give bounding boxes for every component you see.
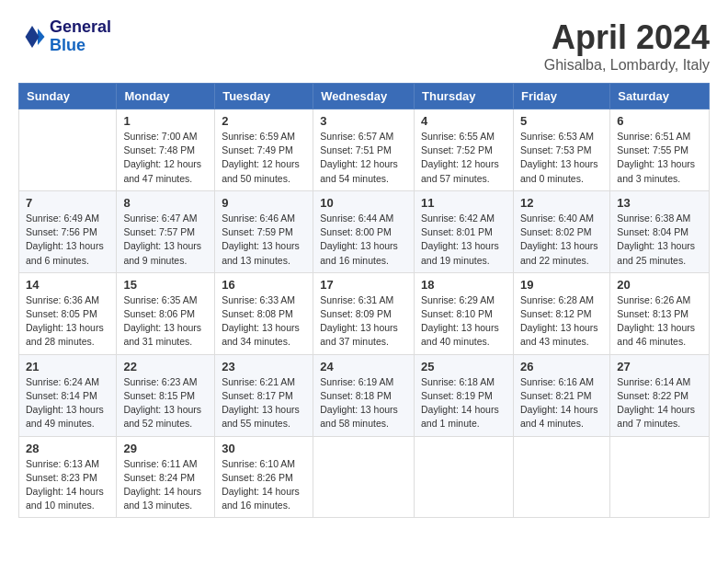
day-number: 28: [26, 442, 109, 455]
day-number: 8: [123, 196, 208, 210]
calendar-cell: 8Sunrise: 6:47 AM Sunset: 7:57 PM Daylig…: [117, 190, 215, 272]
calendar-cell: 13Sunrise: 6:38 AM Sunset: 8:04 PM Dayli…: [610, 190, 710, 272]
calendar-cell: 17Sunrise: 6:31 AM Sunset: 8:09 PM Dayli…: [313, 272, 415, 354]
day-info: Sunrise: 6:16 AM Sunset: 8:21 PM Dayligh…: [520, 375, 603, 431]
day-info: Sunrise: 6:53 AM Sunset: 7:53 PM Dayligh…: [520, 130, 603, 186]
calendar-cell: 20Sunrise: 6:26 AM Sunset: 8:13 PM Dayli…: [610, 272, 710, 354]
day-number: 3: [320, 114, 407, 128]
day-info: Sunrise: 6:35 AM Sunset: 8:06 PM Dayligh…: [123, 293, 208, 350]
day-number: 30: [222, 442, 306, 455]
day-info: Sunrise: 6:59 AM Sunset: 7:49 PM Dayligh…: [222, 130, 306, 186]
calendar-cell: 18Sunrise: 6:29 AM Sunset: 8:10 PM Dayli…: [415, 272, 514, 354]
day-info: Sunrise: 6:10 AM Sunset: 8:26 PM Dayligh…: [222, 457, 306, 513]
day-number: 18: [421, 278, 506, 292]
day-info: Sunrise: 7:00 AM Sunset: 7:48 PM Dayligh…: [123, 130, 208, 186]
title-area: April 2024 Ghisalba, Lombardy, Italy: [544, 18, 710, 74]
calendar-cell: 16Sunrise: 6:33 AM Sunset: 8:08 PM Dayli…: [215, 272, 313, 354]
calendar-cell: 24Sunrise: 6:19 AM Sunset: 8:18 PM Dayli…: [313, 354, 415, 436]
calendar-week-1: 1Sunrise: 7:00 AM Sunset: 7:48 PM Daylig…: [19, 109, 710, 191]
calendar-week-5: 28Sunrise: 6:13 AM Sunset: 8:23 PM Dayli…: [19, 436, 710, 518]
calendar-header-row: SundayMondayTuesdayWednesdayThursdayFrid…: [19, 84, 710, 109]
calendar-week-2: 7Sunrise: 6:49 AM Sunset: 7:56 PM Daylig…: [19, 190, 710, 272]
day-number: 2: [222, 114, 306, 128]
col-header-monday: Monday: [117, 84, 215, 109]
col-header-sunday: Sunday: [19, 84, 117, 109]
day-number: 17: [320, 278, 407, 292]
day-info: Sunrise: 6:47 AM Sunset: 7:57 PM Dayligh…: [123, 212, 208, 268]
day-number: 22: [123, 360, 208, 373]
calendar-week-3: 14Sunrise: 6:36 AM Sunset: 8:05 PM Dayli…: [19, 272, 710, 354]
calendar-cell: 27Sunrise: 6:14 AM Sunset: 8:22 PM Dayli…: [610, 354, 710, 436]
day-info: Sunrise: 6:40 AM Sunset: 8:02 PM Dayligh…: [520, 212, 603, 268]
day-number: 23: [222, 360, 306, 373]
day-info: Sunrise: 6:23 AM Sunset: 8:15 PM Dayligh…: [123, 375, 208, 431]
calendar-cell: 28Sunrise: 6:13 AM Sunset: 8:23 PM Dayli…: [19, 436, 117, 518]
day-info: Sunrise: 6:24 AM Sunset: 8:14 PM Dayligh…: [26, 375, 109, 431]
calendar-cell: 30Sunrise: 6:10 AM Sunset: 8:26 PM Dayli…: [215, 436, 313, 518]
calendar-cell: 14Sunrise: 6:36 AM Sunset: 8:05 PM Dayli…: [19, 272, 117, 354]
calendar-cell: 12Sunrise: 6:40 AM Sunset: 8:02 PM Dayli…: [513, 190, 609, 272]
calendar-cell: [513, 436, 609, 518]
calendar-cell: 9Sunrise: 6:46 AM Sunset: 7:59 PM Daylig…: [215, 190, 313, 272]
calendar-cell: 2Sunrise: 6:59 AM Sunset: 7:49 PM Daylig…: [215, 109, 313, 191]
day-info: Sunrise: 6:36 AM Sunset: 8:05 PM Dayligh…: [26, 293, 109, 350]
calendar-cell: 26Sunrise: 6:16 AM Sunset: 8:21 PM Dayli…: [513, 354, 609, 436]
day-number: 1: [123, 114, 208, 128]
calendar-cell: 19Sunrise: 6:28 AM Sunset: 8:12 PM Dayli…: [513, 272, 609, 354]
day-info: Sunrise: 6:18 AM Sunset: 8:19 PM Dayligh…: [421, 375, 506, 431]
logo-text: General Blue: [50, 18, 111, 55]
logo-line1: General: [50, 18, 111, 37]
calendar-cell: [610, 436, 710, 518]
day-info: Sunrise: 6:14 AM Sunset: 8:22 PM Dayligh…: [617, 375, 702, 431]
day-info: Sunrise: 6:28 AM Sunset: 8:12 PM Dayligh…: [520, 293, 603, 350]
col-header-wednesday: Wednesday: [313, 84, 415, 109]
calendar-cell: 15Sunrise: 6:35 AM Sunset: 8:06 PM Dayli…: [117, 272, 215, 354]
day-info: Sunrise: 6:57 AM Sunset: 7:51 PM Dayligh…: [320, 130, 407, 186]
day-info: Sunrise: 6:29 AM Sunset: 8:10 PM Dayligh…: [421, 293, 506, 350]
calendar-cell: 4Sunrise: 6:55 AM Sunset: 7:52 PM Daylig…: [415, 109, 514, 191]
day-info: Sunrise: 6:42 AM Sunset: 8:01 PM Dayligh…: [421, 212, 506, 268]
day-number: 13: [617, 196, 702, 210]
col-header-tuesday: Tuesday: [215, 84, 313, 109]
day-number: 12: [520, 196, 603, 210]
day-number: 15: [123, 278, 208, 292]
logo: General Blue: [18, 18, 111, 55]
day-number: 6: [617, 114, 702, 128]
day-number: 20: [617, 278, 702, 292]
day-number: 24: [320, 360, 407, 373]
col-header-thursday: Thursday: [415, 84, 514, 109]
day-number: 21: [26, 360, 109, 373]
calendar-week-4: 21Sunrise: 6:24 AM Sunset: 8:14 PM Dayli…: [19, 354, 710, 436]
day-info: Sunrise: 6:46 AM Sunset: 7:59 PM Dayligh…: [222, 212, 306, 268]
day-info: Sunrise: 6:51 AM Sunset: 7:55 PM Dayligh…: [617, 130, 702, 186]
day-number: 4: [421, 114, 506, 128]
calendar-cell: 10Sunrise: 6:44 AM Sunset: 8:00 PM Dayli…: [313, 190, 415, 272]
day-number: 14: [26, 278, 109, 292]
month-title: April 2024: [544, 18, 710, 57]
day-info: Sunrise: 6:31 AM Sunset: 8:09 PM Dayligh…: [320, 293, 407, 350]
day-number: 26: [520, 360, 603, 373]
day-number: 11: [421, 196, 506, 210]
day-info: Sunrise: 6:19 AM Sunset: 8:18 PM Dayligh…: [320, 375, 407, 431]
logo-icon: [18, 23, 46, 51]
calendar-cell: 3Sunrise: 6:57 AM Sunset: 7:51 PM Daylig…: [313, 109, 415, 191]
location: Ghisalba, Lombardy, Italy: [544, 57, 710, 74]
day-info: Sunrise: 6:33 AM Sunset: 8:08 PM Dayligh…: [222, 293, 306, 350]
calendar-cell: 6Sunrise: 6:51 AM Sunset: 7:55 PM Daylig…: [610, 109, 710, 191]
day-info: Sunrise: 6:13 AM Sunset: 8:23 PM Dayligh…: [26, 457, 109, 513]
calendar-cell: 1Sunrise: 7:00 AM Sunset: 7:48 PM Daylig…: [117, 109, 215, 191]
day-number: 10: [320, 196, 407, 210]
calendar-cell: 29Sunrise: 6:11 AM Sunset: 8:24 PM Dayli…: [117, 436, 215, 518]
day-info: Sunrise: 6:49 AM Sunset: 7:56 PM Dayligh…: [26, 212, 109, 268]
page-header: General Blue April 2024 Ghisalba, Lombar…: [18, 18, 710, 74]
col-header-friday: Friday: [513, 84, 609, 109]
svg-marker-1: [26, 26, 40, 48]
calendar-cell: 5Sunrise: 6:53 AM Sunset: 7:53 PM Daylig…: [513, 109, 609, 191]
calendar-cell: [415, 436, 514, 518]
day-number: 19: [520, 278, 603, 292]
calendar-cell: 11Sunrise: 6:42 AM Sunset: 8:01 PM Dayli…: [415, 190, 514, 272]
day-number: 29: [123, 442, 208, 455]
logo-line2: Blue: [50, 37, 111, 55]
calendar-table: SundayMondayTuesdayWednesdayThursdayFrid…: [18, 83, 710, 518]
day-number: 7: [26, 196, 109, 210]
